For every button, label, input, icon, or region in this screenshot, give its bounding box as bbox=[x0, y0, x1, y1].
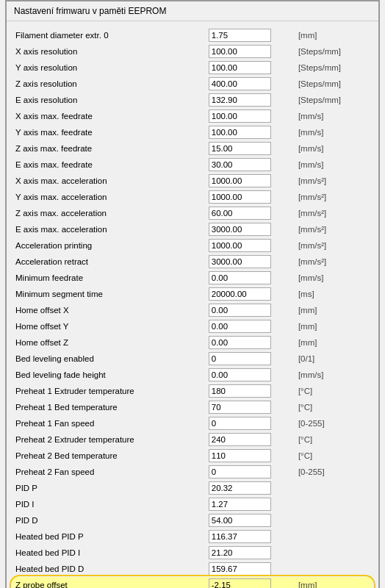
setting-unit: [°C] bbox=[295, 399, 373, 415]
setting-unit: [°C] bbox=[295, 448, 373, 464]
setting-input[interactable] bbox=[209, 336, 271, 349]
table-row: Y axis max. acceleration[mm/s²] bbox=[12, 189, 373, 205]
setting-label: Preheat 1 Extruder temperature bbox=[12, 383, 206, 399]
table-row: Minimum segment time[ms] bbox=[12, 286, 373, 302]
setting-label: Home offset X bbox=[12, 302, 206, 318]
setting-unit: [Steps/mm] bbox=[295, 43, 373, 60]
setting-unit bbox=[295, 512, 373, 528]
setting-label: Home offset Y bbox=[12, 318, 206, 334]
setting-input[interactable] bbox=[209, 174, 271, 187]
setting-input[interactable] bbox=[209, 352, 271, 365]
setting-label: Y axis resolution bbox=[12, 60, 206, 76]
setting-unit: [mm/s] bbox=[295, 157, 373, 173]
setting-label: Preheat 1 Bed temperature bbox=[12, 399, 206, 415]
setting-label: X axis resolution bbox=[12, 43, 206, 60]
setting-input[interactable] bbox=[209, 207, 271, 220]
setting-label: Preheat 2 Extruder temperature bbox=[12, 431, 206, 448]
settings-container: Filament diameter extr. 0[mm]X axis reso… bbox=[12, 27, 373, 588]
table-row: Z axis max. acceleration[mm/s²] bbox=[12, 205, 373, 221]
setting-label: Z axis resolution bbox=[12, 76, 206, 92]
setting-input[interactable] bbox=[209, 255, 271, 268]
setting-unit: [Steps/mm] bbox=[295, 92, 373, 108]
setting-input[interactable] bbox=[209, 514, 271, 527]
table-row: Home offset Y[mm] bbox=[12, 318, 373, 334]
setting-unit: [mm/s] bbox=[295, 367, 373, 383]
setting-input[interactable] bbox=[209, 578, 271, 588]
setting-input[interactable] bbox=[209, 368, 271, 381]
setting-label: PID P bbox=[12, 480, 206, 496]
setting-unit: [mm/s²] bbox=[295, 237, 373, 254]
table-row: Preheat 1 Fan speed[0-255] bbox=[12, 415, 373, 431]
content-area: Filament diameter extr. 0[mm]X axis reso… bbox=[7, 21, 378, 588]
setting-input[interactable] bbox=[209, 45, 271, 58]
setting-unit: [mm] bbox=[295, 334, 373, 351]
setting-unit: [mm/s] bbox=[295, 270, 373, 286]
setting-input[interactable] bbox=[209, 481, 271, 495]
setting-unit: [mm/s] bbox=[295, 108, 373, 124]
setting-input[interactable] bbox=[209, 77, 271, 90]
setting-label: Heated bed PID D bbox=[12, 561, 206, 577]
setting-input[interactable] bbox=[209, 223, 271, 236]
setting-input[interactable] bbox=[209, 449, 271, 462]
setting-unit: [mm/s²] bbox=[295, 189, 373, 205]
setting-label: Preheat 1 Fan speed bbox=[12, 415, 206, 431]
table-row: E axis resolution[Steps/mm] bbox=[12, 92, 373, 108]
table-row: PID I bbox=[12, 496, 373, 512]
setting-unit bbox=[295, 528, 373, 545]
setting-unit: [mm/s²] bbox=[295, 254, 373, 270]
setting-label: Heated bed PID I bbox=[12, 545, 206, 561]
setting-label: E axis max. acceleration bbox=[12, 221, 206, 237]
table-row: Preheat 2 Bed temperature[°C] bbox=[12, 448, 373, 464]
setting-label: Y axis max. acceleration bbox=[12, 189, 206, 205]
setting-input[interactable] bbox=[209, 239, 271, 252]
setting-input[interactable] bbox=[209, 29, 271, 42]
setting-input[interactable] bbox=[209, 465, 271, 478]
setting-input[interactable] bbox=[209, 433, 271, 446]
setting-input[interactable] bbox=[209, 562, 271, 576]
setting-input[interactable] bbox=[209, 190, 271, 204]
setting-input[interactable] bbox=[209, 546, 271, 559]
setting-unit bbox=[295, 545, 373, 561]
table-row: Home offset Z[mm] bbox=[12, 334, 373, 351]
setting-input[interactable] bbox=[209, 110, 271, 123]
setting-input[interactable] bbox=[209, 320, 271, 333]
setting-unit: [ms] bbox=[295, 286, 373, 302]
setting-label: Z probe offset bbox=[12, 577, 206, 588]
setting-input[interactable] bbox=[209, 304, 271, 317]
setting-label: X axis max. acceleration bbox=[12, 173, 206, 189]
setting-label: E axis max. feedrate bbox=[12, 157, 206, 173]
setting-input[interactable] bbox=[209, 401, 271, 414]
setting-label: Acceleration printing bbox=[12, 237, 206, 254]
table-row: Heated bed PID I bbox=[12, 545, 373, 561]
table-row: Z probe offset[mm] bbox=[12, 577, 373, 588]
setting-input[interactable] bbox=[209, 384, 271, 398]
setting-unit: [0/1] bbox=[295, 351, 373, 367]
setting-unit bbox=[295, 496, 373, 512]
setting-unit: [0-255] bbox=[295, 415, 373, 431]
setting-label: Preheat 2 Fan speed bbox=[12, 464, 206, 480]
setting-label: Heated bed PID P bbox=[12, 528, 206, 545]
setting-label: Z axis max. feedrate bbox=[12, 140, 206, 157]
setting-unit: [mm/s] bbox=[295, 140, 373, 157]
table-row: Y axis max. feedrate[mm/s] bbox=[12, 124, 373, 140]
setting-input[interactable] bbox=[209, 142, 271, 155]
setting-input[interactable] bbox=[209, 271, 271, 284]
setting-input[interactable] bbox=[209, 61, 271, 74]
setting-unit: [°C] bbox=[295, 431, 373, 448]
table-row: Acceleration retract[mm/s²] bbox=[12, 254, 373, 270]
setting-input[interactable] bbox=[209, 158, 271, 171]
setting-input[interactable] bbox=[209, 417, 271, 430]
setting-input[interactable] bbox=[209, 126, 271, 139]
table-row: Bed leveling enabled[0/1] bbox=[12, 351, 373, 367]
setting-input[interactable] bbox=[209, 287, 271, 301]
setting-input[interactable] bbox=[209, 93, 271, 107]
settings-table: Filament diameter extr. 0[mm]X axis reso… bbox=[12, 27, 373, 588]
setting-label: X axis max. feedrate bbox=[12, 108, 206, 124]
setting-label: Minimum segment time bbox=[12, 286, 206, 302]
setting-unit: [Steps/mm] bbox=[295, 76, 373, 92]
table-row: PID D bbox=[12, 512, 373, 528]
setting-label: Filament diameter extr. 0 bbox=[12, 27, 206, 43]
setting-label: Minimum feedrate bbox=[12, 270, 206, 286]
setting-input[interactable] bbox=[209, 498, 271, 511]
setting-input[interactable] bbox=[209, 530, 271, 543]
